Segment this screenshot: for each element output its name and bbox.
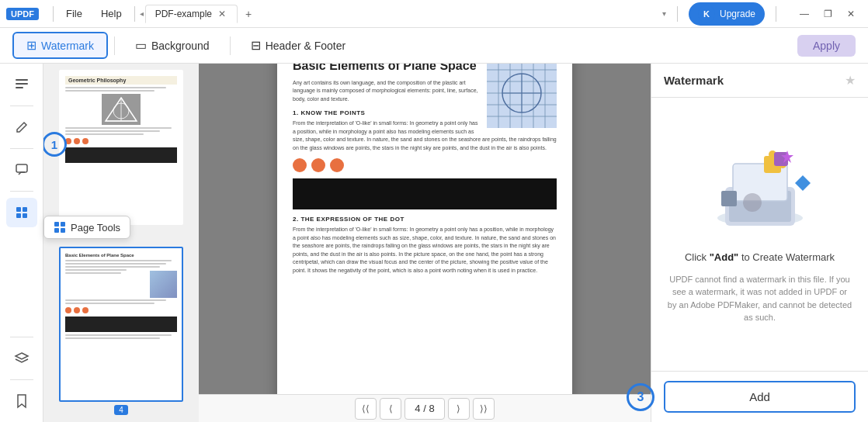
add-watermark-button[interactable]: Add <box>664 381 856 413</box>
tab-add-button[interactable]: + <box>239 5 258 23</box>
window-controls: — ❐ ✕ <box>793 6 862 22</box>
sidebar-read-icon[interactable] <box>6 70 37 99</box>
menu-help[interactable]: Help <box>93 5 130 22</box>
page-tools-tooltip: Page Tools <box>43 216 130 239</box>
sidebar-divider5 <box>10 379 33 380</box>
titlebar-right: ▾ K Upgrade — ❐ ✕ <box>662 2 862 26</box>
thumb-bar-3 <box>65 147 177 163</box>
instruction-post: to Create Watermark <box>738 251 835 263</box>
header-footer-label: Header & Footer <box>266 40 346 52</box>
menu-bar: File Help <box>58 5 130 22</box>
tab-close-icon[interactable]: ✕ <box>217 9 227 19</box>
edit-icon <box>14 119 30 135</box>
nav-next-button[interactable]: ⟩ <box>448 398 470 420</box>
sidebar-comment-icon[interactable] <box>6 155 37 185</box>
right-panel-title: Watermark <box>664 74 724 87</box>
svg-rect-6 <box>16 213 21 218</box>
watermark-label: Watermark <box>41 40 94 52</box>
svg-rect-8 <box>54 222 59 227</box>
svg-rect-5 <box>23 207 27 212</box>
sidebar-page-tools-icon[interactable] <box>6 198 37 227</box>
divider3 <box>677 6 678 22</box>
sidebar-divider3 <box>10 191 33 192</box>
background-toolbar-btn[interactable]: ▭ Background <box>121 32 224 59</box>
header-footer-toolbar-btn[interactable]: ⊟ Header & Footer <box>237 32 360 59</box>
svg-rect-2 <box>16 87 23 88</box>
pdf-grid-svg <box>487 64 557 128</box>
svg-rect-9 <box>61 222 65 227</box>
menu-file[interactable]: File <box>58 5 90 22</box>
background-label: Background <box>151 40 210 52</box>
thumbnail-panel[interactable]: 1 Geometric Philosophy <box>43 64 199 422</box>
thumbnail-page-4[interactable]: Basic Elements of Plane Space <box>59 247 183 402</box>
page-tools-icon <box>14 205 30 220</box>
right-panel-instruction: Click "Add" to Create Watermark <box>685 250 835 265</box>
watermark-toolbar-btn[interactable]: ⊞ Watermark <box>12 32 108 59</box>
upgrade-button[interactable]: K Upgrade <box>689 2 765 26</box>
toolbar: ⊞ Watermark ▭ Background ⊟ Header & Foot… <box>0 28 868 64</box>
svg-point-43 <box>743 193 762 212</box>
thumb-geo-svg <box>102 94 141 125</box>
circle2 <box>311 158 325 172</box>
nav-prev-button[interactable]: ⟨ <box>380 398 401 420</box>
pdf-black-bar <box>293 178 557 209</box>
close-button[interactable]: ✕ <box>840 6 862 22</box>
watermark-illustration <box>706 144 814 237</box>
thumb-content-4: Basic Elements of Plane Space <box>61 248 182 400</box>
background-icon: ▭ <box>135 38 147 53</box>
svg-marker-41 <box>795 175 811 191</box>
toolbar-divider2 <box>230 36 231 55</box>
tab-label: PDF-example <box>155 9 212 19</box>
svg-rect-7 <box>23 213 27 218</box>
thumb-grid-img <box>150 271 177 298</box>
minimize-button[interactable]: — <box>793 6 815 22</box>
thumb-page4-title: Basic Elements of Plane Space <box>65 253 177 258</box>
apply-button[interactable]: Apply <box>797 35 856 57</box>
thumb-geo-img <box>102 94 141 125</box>
thumb-bar-4 <box>65 316 177 332</box>
tab-dropdown-arrow[interactable]: ▾ <box>662 9 666 18</box>
divider4 <box>776 6 776 22</box>
thumbnail-page-3[interactable]: Geometric Philosophy <box>59 70 183 225</box>
titlebar: UPDF File Help ◂ PDF-example ✕ + ▾ K Upg… <box>0 0 868 28</box>
bookmark-icon <box>14 393 30 409</box>
upgrade-label: Upgrade <box>720 9 755 19</box>
tab-area: ◂ PDF-example ✕ + <box>140 5 662 23</box>
sidebar-edit-icon[interactable] <box>6 112 37 142</box>
pdf-page-container[interactable]: 2 <box>199 64 651 394</box>
star-icon[interactable]: ★ <box>845 73 856 88</box>
toolbar-divider1 <box>114 36 115 55</box>
sidebar-bookmark-icon[interactable] <box>6 386 37 416</box>
pdf-grid-image <box>487 64 557 128</box>
tab-left-arrow[interactable]: ◂ <box>140 9 144 18</box>
thumbnail-item-4[interactable]: Basic Elements of Plane Space <box>50 247 193 415</box>
nav-page-info: 4 / 8 <box>404 398 444 420</box>
header-footer-icon: ⊟ <box>251 38 261 53</box>
pdf-navigation: ⟨⟨ ⟨ 4 / 8 ⟩ ⟩⟩ <box>199 394 651 422</box>
right-panel-footer: 3 Add <box>651 371 868 422</box>
svg-rect-3 <box>16 164 27 172</box>
svg-rect-11 <box>61 228 65 233</box>
thumb-circles-3 <box>65 138 177 144</box>
instruction-pre: Click <box>685 251 710 263</box>
sidebar-icons <box>0 64 43 422</box>
watermark-svg <box>706 144 814 237</box>
restore-button[interactable]: ❐ <box>817 6 838 22</box>
layers-icon <box>14 351 30 366</box>
pdf-orange-circles <box>293 158 557 172</box>
tab-pdf-example[interactable]: PDF-example ✕ <box>145 5 238 23</box>
instruction-bold: "Add" <box>710 251 739 263</box>
thumbnail-item-3[interactable]: Geometric Philosophy <box>50 70 193 239</box>
comment-icon <box>14 162 30 178</box>
circle3 <box>330 158 344 172</box>
nav-first-button[interactable]: ⟨⟨ <box>355 398 377 420</box>
nav-last-button[interactable]: ⟩⟩ <box>473 398 495 420</box>
sidebar-layers-icon[interactable] <box>6 344 37 373</box>
thumb-geo-title: Geometric Philosophy <box>65 76 177 85</box>
app-logo: UPDF <box>6 8 39 20</box>
svg-rect-0 <box>16 79 28 81</box>
read-icon <box>14 77 30 92</box>
right-panel-header: Watermark ★ <box>651 64 868 98</box>
divider2 <box>134 6 135 22</box>
thumbnail-badge-4: 4 <box>114 405 128 415</box>
